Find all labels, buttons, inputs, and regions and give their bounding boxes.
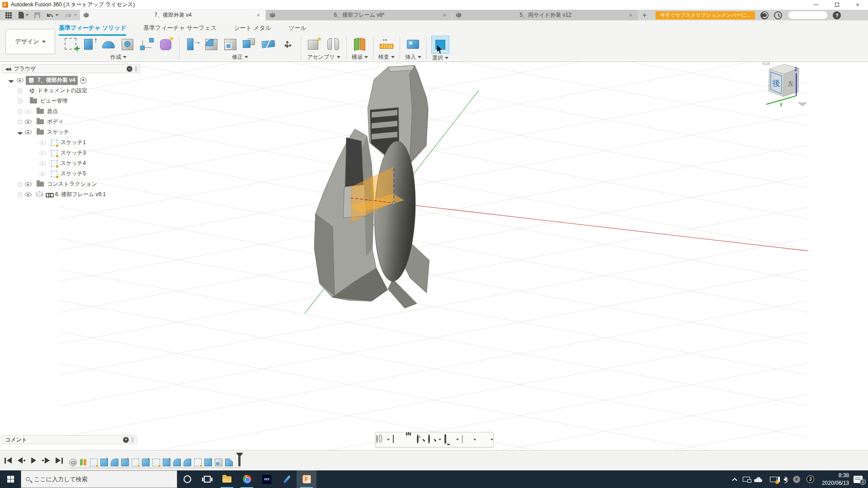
network-tray-icon[interactable] [740,470,753,488]
volume-tray-icon[interactable] [780,470,790,488]
chevron-down-icon[interactable] [387,439,390,441]
visibility-eye-off-icon[interactable] [39,161,46,165]
combine-icon[interactable] [241,36,258,53]
disabled-app-tray-icon[interactable]: × [790,470,803,488]
tree-row-sketch5[interactable]: スケッチ5 [2,169,140,179]
timeline-extrude-feature[interactable] [121,459,129,466]
timeline-fillet-feature[interactable] [184,459,191,466]
tray-chevron-button[interactable] [730,470,740,488]
timeline-plane-feature[interactable] [80,459,87,466]
timeline-shell-feature[interactable] [215,459,222,466]
file-explorer-button[interactable] [217,470,237,488]
save-button[interactable] [32,10,43,20]
group-label-inspect[interactable]: 検査 [378,53,395,61]
document-tab[interactable]: 5、両サイド外装 v12 × [453,10,638,20]
joint-icon[interactable] [325,36,342,53]
hole-icon[interactable] [119,36,137,53]
timeline-extrude-feature[interactable] [142,459,150,466]
pen-app-button[interactable] [277,470,297,488]
revolve-icon[interactable] [100,36,118,53]
collapsed-arrow-icon[interactable] [19,192,23,197]
pattern-icon[interactable] [138,36,156,53]
fit-button[interactable] [427,435,435,444]
tree-row-sketches[interactable]: スケッチ [2,127,140,137]
maximize-button[interactable] [826,0,847,10]
close-button[interactable]: × [847,0,868,10]
tree-row-doc-settings[interactable]: ドキュメントの設定 [2,85,140,96]
timeline-extrude-feature[interactable] [163,459,170,466]
undo-button[interactable] [43,10,61,20]
chevron-down-icon[interactable] [491,439,493,441]
grid-settings-button[interactable] [462,435,470,444]
tree-row-sketch1[interactable]: スケッチ1 [2,137,140,148]
expand-panel-icon[interactable]: + [123,437,129,443]
tab-close-icon[interactable]: × [441,12,448,19]
browser-header[interactable]: ◀◀ ブラウザ − [2,64,140,73]
visibility-eye-off-icon[interactable] [39,172,46,176]
visibility-eye-off-icon[interactable] [25,109,32,113]
pan-button[interactable] [405,435,413,444]
comment-header[interactable]: コメント + [2,435,137,444]
new-component-icon[interactable]: ★ [306,36,323,53]
onedrive-tray-icon[interactable] [753,470,767,488]
group-label-assemble[interactable]: アセンブリ [307,53,340,61]
visibility-eye-icon[interactable] [25,192,32,197]
recent-activity-icon[interactable] [774,11,782,19]
timeline-sketch-feature[interactable] [132,459,139,466]
minimize-panel-icon[interactable]: − [127,66,132,72]
create-sketch-icon[interactable]: + [62,36,80,53]
origin-point[interactable] [392,202,396,205]
panel-grip-icon[interactable] [132,437,133,442]
timeline-play-button[interactable] [31,457,36,464]
tree-row-view-mgmt[interactable]: ビュー管理 [2,96,140,106]
workspace-selector[interactable]: デザイン [5,29,55,54]
fillet-icon[interactable] [203,36,220,53]
create-form-icon[interactable]: ★ [157,36,175,53]
tree-row-root[interactable]: 7、後部外装 v4 [2,75,140,85]
viewcube[interactable]: 後 左 Z Y [762,62,807,108]
task-view-button[interactable] [197,470,217,488]
collapse-panel-icon[interactable]: ◀◀ [5,66,10,71]
tree-row-sketch3[interactable]: スケッチ3 [2,148,140,158]
chevron-down-icon[interactable] [473,439,476,441]
collapsed-arrow-icon[interactable] [19,109,23,114]
zoom-button[interactable] [416,435,424,444]
timeline-chamfer-feature[interactable] [225,459,233,466]
timeline-step-back-button[interactable] [18,457,25,464]
ribbon-tab-tools[interactable]: ツール [288,24,307,36]
tree-row-construction[interactable]: コンストラクション [2,179,140,189]
visibility-eye-off-icon[interactable] [39,151,46,155]
collapsed-arrow-icon[interactable] [19,120,23,124]
shell-icon[interactable] [222,36,239,53]
viewport-canvas[interactable]: 後 左 Z Y ◀◀ ブラウザ − 7、後部外装 v4 [0,62,868,450]
viewcube-menu-icon[interactable] [798,103,807,106]
extrude-icon[interactable]: ↑ [81,36,99,53]
timeline-sketch-feature[interactable] [152,459,160,466]
visibility-eye-off-icon[interactable] [39,141,46,145]
minimize-button[interactable] [806,0,826,10]
j-app-tray-icon[interactable]: J [803,470,817,488]
subscription-button[interactable]: 今すぐサブスクリプションメンバーに... [656,11,755,19]
timeline-sketch-feature[interactable] [194,459,202,466]
timeline-fillet-feature[interactable] [173,459,181,466]
tab-close-icon[interactable]: × [627,12,634,19]
collapsed-arrow-icon[interactable] [19,182,23,187]
move-icon[interactable]: ↔↕ [279,36,296,53]
action-center-button[interactable]: 2 [854,476,863,483]
timeline-fillet-feature[interactable] [111,459,118,466]
display-settings-button[interactable] [444,435,453,444]
tree-row-origin[interactable]: 原点 [2,106,140,117]
redo-button[interactable] [61,10,80,20]
panel-grip-icon[interactable] [135,66,137,71]
collapsed-arrow-icon[interactable] [19,89,23,93]
measure-icon[interactable]: ↔ [378,36,395,53]
timeline-skip-end-button[interactable] [56,457,63,464]
start-button[interactable] [0,470,21,488]
visibility-eye-icon[interactable] [25,130,32,134]
visibility-eye-icon[interactable] [25,182,32,186]
group-label-insert[interactable]: 挿入 [405,53,421,61]
help-button[interactable]: ? [833,11,841,19]
taskbar-search[interactable] [21,470,177,488]
timeline-skip-start-button[interactable] [5,457,12,464]
app-launcher-button[interactable] [0,10,16,20]
